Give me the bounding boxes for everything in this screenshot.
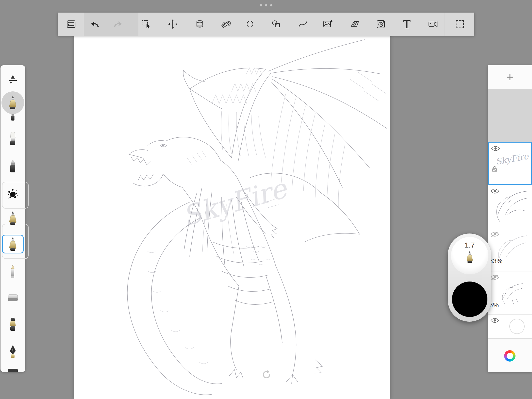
brush-spray-texture[interactable] [0,188,25,200]
dot-icon [260,4,262,6]
alpha-lock-icon[interactable] [492,166,498,173]
layer-row-background[interactable] [488,314,532,339]
brush-marker[interactable] [0,159,25,173]
puck-brush-size-control[interactable]: 1.7 [451,237,488,274]
layer-thumbnail [488,185,532,228]
text-tool-icon[interactable]: T [398,16,416,33]
time-lapse-icon[interactable] [372,16,390,33]
puck-current-color[interactable] [452,282,487,317]
layer-title-text: SkyFire [495,151,529,167]
fill-icon[interactable] [191,16,208,33]
text-tool-glyph: T [403,18,411,30]
top-toolbar: T [58,13,474,36]
dot-icon [270,4,272,6]
menu-icon[interactable] [63,16,80,33]
brush-airbrush[interactable] [0,211,25,225]
redo-icon[interactable] [109,16,126,33]
app-window: SkyFire [0,0,532,399]
add-layer-label: + [506,70,514,84]
color-wheel-center [507,353,513,359]
layers-panel-empty-area [488,89,532,142]
puck-brush-icon [465,251,474,264]
brush-fountain-pen[interactable] [0,345,25,359]
shapes-icon[interactable] [267,16,285,33]
transform-icon[interactable] [164,16,181,33]
brush-active-airbrush[interactable] [0,96,25,110]
brush-settings-icon[interactable] [0,73,25,85]
layer-row-hidden-6[interactable]: 6% [488,271,532,314]
layer-row-sketch[interactable] [488,185,532,228]
layer-row-skyfire[interactable]: SkyFire [488,142,532,185]
brush-paint-brush[interactable] [0,132,25,146]
brush-color-puck[interactable]: 1.7 [448,233,491,322]
layer-thumbnail [488,315,532,339]
reset-rotation-icon[interactable] [261,369,271,379]
fullscreen-icon[interactable] [451,16,468,33]
symmetry-icon[interactable] [241,16,259,33]
toolbar-separator [445,13,445,36]
brush-library-panel [0,65,25,372]
layers-panel: + SkyFire [488,65,532,372]
layer-visible-eye-icon[interactable] [491,145,500,152]
import-image-icon[interactable] [319,16,336,33]
add-layer-button[interactable]: + [488,65,532,89]
canvas-options-handle[interactable] [257,2,275,8]
brush-round-brush[interactable] [0,317,25,332]
guides-ruler-icon[interactable] [217,16,235,33]
layer-opacity-label: 33% [489,257,502,265]
stroke-style-icon[interactable] [294,16,312,33]
brush-next-partial[interactable] [8,369,18,372]
brush-selected-airbrush[interactable] [0,237,25,251]
dot-icon [265,4,267,6]
puck-size-value: 1.7 [465,241,475,249]
layer-row-hidden-33[interactable]: 33% [488,228,532,271]
color-wheel-icon[interactable] [504,350,515,362]
brush-eraser[interactable] [0,293,25,303]
drawing-canvas[interactable]: SkyFire [74,30,390,399]
camera-icon[interactable] [425,16,442,33]
undo-icon[interactable] [86,16,104,33]
brush-pencil[interactable] [0,264,25,279]
selection-icon[interactable] [137,16,154,33]
perspective-grid-icon[interactable] [346,16,364,33]
